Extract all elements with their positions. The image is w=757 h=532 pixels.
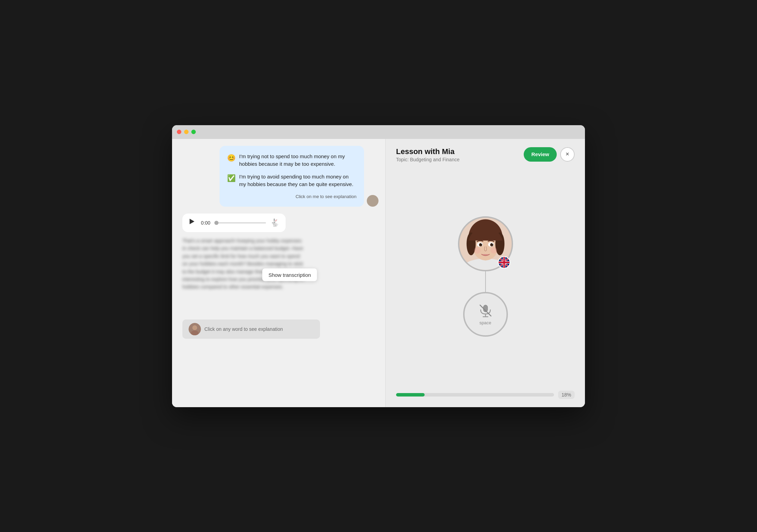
left-panel: 😊 I'm trying not to spend too much money… xyxy=(172,139,385,407)
content-area: 😊 I'm trying not to spend too much money… xyxy=(172,139,585,407)
chat-bubble-container: 😊 I'm trying not to spend too much money… xyxy=(179,146,378,207)
lesson-info: Lesson with Mia Topic: Budgeting and Fin… xyxy=(396,147,459,162)
lesson-topic: Topic: Budgeting and Finance xyxy=(396,157,459,162)
sad-face-icon: 😊 xyxy=(227,153,236,163)
chat-bubble[interactable]: 😊 I'm trying not to spend too much money… xyxy=(220,146,364,207)
progress-section: 18% xyxy=(396,391,575,399)
word-hint-bar: Click on any word to see explanation xyxy=(182,319,320,339)
close-traffic-light[interactable] xyxy=(177,130,181,134)
connector-line xyxy=(485,271,486,292)
rabbit-speed-icon[interactable]: 🐇 xyxy=(270,218,279,227)
svg-point-1 xyxy=(192,325,197,330)
click-explanation[interactable]: Click on me to see explanation xyxy=(227,193,356,200)
progress-label: 18% xyxy=(558,391,575,399)
audio-progress-track[interactable] xyxy=(214,222,266,224)
play-button[interactable] xyxy=(189,219,197,227)
user-avatar xyxy=(189,323,201,335)
lesson-header: Lesson with Mia Topic: Budgeting and Fin… xyxy=(396,147,575,162)
word-hint-text: Click on any word to see explanation xyxy=(204,326,283,332)
svg-point-16 xyxy=(481,243,481,244)
lesson-title: Lesson with Mia xyxy=(396,147,459,156)
svg-point-17 xyxy=(492,243,493,244)
uk-flag-badge xyxy=(498,256,510,269)
close-button[interactable]: × xyxy=(560,147,575,162)
review-button[interactable]: Review xyxy=(524,147,557,162)
audio-player[interactable]: 0:00 🐇 xyxy=(182,214,286,232)
mic-circle[interactable]: space xyxy=(463,292,508,337)
progress-bar-fill xyxy=(396,393,425,397)
header-buttons: Review × xyxy=(524,147,575,162)
option-1-text: I'm trying not to spend too much money o… xyxy=(239,153,356,168)
svg-point-18 xyxy=(474,247,480,253)
space-label: space xyxy=(479,320,491,325)
app-window: 😊 I'm trying not to spend too much money… xyxy=(172,125,585,407)
right-panel: Lesson with Mia Topic: Budgeting and Fin… xyxy=(385,139,585,407)
bubble-avatar xyxy=(367,195,378,207)
tutor-avatar-wrapper xyxy=(458,216,513,271)
progress-bar-track xyxy=(396,393,554,397)
audio-progress-thumb[interactable] xyxy=(214,221,218,225)
show-transcription-button[interactable]: Show transcription xyxy=(262,269,317,281)
checkmark-circle-icon: ✅ xyxy=(227,173,236,183)
svg-point-19 xyxy=(490,247,497,253)
mic-off-icon xyxy=(478,303,493,318)
option-2[interactable]: ✅ I'm trying to avoid spending too much … xyxy=(227,173,356,188)
option-1[interactable]: 😊 I'm trying not to spend too much money… xyxy=(227,153,356,168)
ai-message-text: That's a smart approach! Keeping your ho… xyxy=(182,237,306,291)
ai-message-container: That's a smart approach! Keeping your ho… xyxy=(179,237,378,313)
audio-time: 0:00 xyxy=(201,220,210,226)
play-triangle-icon xyxy=(190,219,194,224)
titlebar xyxy=(172,125,585,139)
fullscreen-traffic-light[interactable] xyxy=(191,130,196,134)
option-2-text: I'm trying to avoid spending too much mo… xyxy=(239,173,356,188)
minimize-traffic-light[interactable] xyxy=(184,130,189,134)
avatar-section: space xyxy=(396,171,575,382)
